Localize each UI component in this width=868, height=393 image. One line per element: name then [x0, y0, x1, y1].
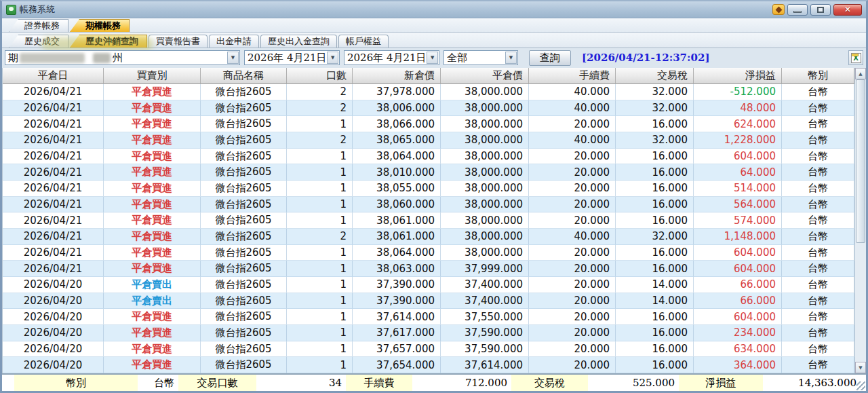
cell-lots: 2 [287, 229, 353, 245]
cell-currency: 台幣 [782, 181, 854, 197]
table-row[interactable]: 2026/04/21平倉買進微台指2605238,061.00038,000.0… [3, 229, 854, 245]
chevron-down-icon[interactable]: ▼ [327, 52, 338, 64]
cell-fee: 20.000 [529, 197, 616, 213]
cell-currency: 台幣 [782, 261, 854, 277]
chevron-down-icon[interactable]: ▼ [427, 52, 438, 64]
summary-pnl-label: 淨損益 [679, 375, 763, 391]
table-row[interactable]: 2026/04/21平倉買進微台指2605238,065.00038,000.0… [3, 132, 854, 149]
cell-currency: 台幣 [782, 149, 854, 165]
tab-0[interactable]: 證券帳務 [9, 19, 68, 32]
date-from-select[interactable]: 2026年 4月21日 ▼ [244, 50, 340, 65]
cell-tax: 16.000 [616, 261, 694, 277]
summary-bar: 幣別 台幣 交易口數 34 手續費 712.000 交易稅 525.000 淨損… [2, 373, 866, 391]
cell-open-price: 38,061.000 [353, 212, 441, 229]
chevron-down-icon[interactable]: ▼ [505, 52, 517, 64]
cell-close-date: 2026/04/21 [3, 261, 104, 277]
cell-product: 微台指2605 [201, 245, 287, 261]
resize-grip[interactable] [856, 381, 865, 390]
cell-lots: 2 [287, 132, 353, 149]
summary-tax-label: 交易稅 [511, 375, 588, 391]
cell-tax: 16.000 [616, 181, 694, 197]
column-header-1: 買賣別 [104, 68, 201, 84]
badge-icon[interactable] [772, 4, 785, 15]
cell-fee: 20.000 [529, 357, 616, 373]
scope-select[interactable]: 全部 ▼ [443, 50, 518, 65]
cell-close-price: 37,550.000 [441, 309, 529, 325]
cell-close-price: 38,000.000 [441, 100, 529, 117]
table-row[interactable]: 2026/04/20平倉買進微台指2605137,617.00037,590.0… [3, 325, 854, 341]
cell-pnl: 64.000 [694, 164, 782, 181]
table-row[interactable]: 2026/04/21平倉買進微台指2605237,978.00038,000.0… [3, 84, 854, 100]
chevron-down-icon[interactable]: ▼ [227, 52, 239, 64]
query-button[interactable]: 查詢 [529, 50, 571, 66]
cell-currency: 台幣 [782, 212, 854, 229]
account-select[interactable]: 期 州 ▼ [5, 50, 240, 65]
window-controls: ✕ [772, 4, 862, 16]
table-row[interactable]: 2026/04/21平倉買進微台指2605138,061.00038,000.0… [3, 212, 854, 229]
cell-product: 微台指2605 [201, 149, 287, 165]
cell-open-price: 37,614.000 [353, 309, 441, 325]
scrollbar-thumb[interactable] [856, 79, 865, 243]
cell-currency: 台幣 [782, 245, 854, 261]
cell-product: 微台指2605 [201, 229, 287, 245]
cell-side: 平倉賣出 [104, 293, 201, 310]
cell-close-date: 2026/04/21 [3, 229, 104, 245]
table-row[interactable]: 2026/04/20平倉買進微台指2605137,654.00037,614.0… [3, 357, 854, 373]
subtab-4[interactable]: 歷史出入金查詢 [260, 35, 337, 48]
cell-pnl: 234.000 [694, 325, 782, 341]
subtab-3[interactable]: 出金申請 [209, 35, 259, 48]
table-row[interactable]: 2026/04/21平倉買進微台指2605138,064.00038,000.0… [3, 149, 854, 165]
tab-1[interactable]: 期權帳務 [70, 19, 130, 32]
table-row[interactable]: 2026/04/21平倉買進微台指2605138,055.00038,000.0… [3, 181, 854, 197]
cell-currency: 台幣 [782, 197, 854, 213]
cell-fee: 20.000 [529, 277, 616, 293]
table-row[interactable]: 2026/04/20平倉買進微台指2605137,614.00037,550.0… [3, 309, 854, 325]
cell-side: 平倉買進 [104, 181, 201, 197]
table-row[interactable]: 2026/04/21平倉買進微台指2605138,066.00038,000.0… [3, 116, 854, 132]
cell-side: 平倉買進 [104, 149, 201, 165]
cell-close-price: 37,590.000 [441, 325, 529, 341]
vertical-scrollbar[interactable]: ▲ ▼ [854, 68, 866, 373]
cell-side: 平倉買進 [104, 212, 201, 229]
table-row[interactable]: 2026/04/20平倉賣出微台指2605137,390.00037,400.0… [3, 277, 854, 293]
subtab-0[interactable]: 歷史成交 [9, 35, 68, 48]
cell-currency: 台幣 [782, 325, 854, 341]
column-header-5: 平倉價 [441, 68, 529, 84]
table-row[interactable]: 2026/04/21平倉買進微台指2605138,060.00038,000.0… [3, 197, 854, 213]
export-excel-button[interactable]: X [848, 50, 863, 65]
table-row[interactable]: 2026/04/21平倉買進微台指2605138,063.00037,999.0… [3, 261, 854, 277]
cell-lots: 1 [287, 245, 353, 261]
excel-icon: X [851, 53, 861, 63]
summary-pnl-value: 14,363.000 [763, 375, 866, 391]
tab-label: 帳戶權益 [346, 35, 381, 48]
scroll-down-icon[interactable]: ▼ [855, 362, 866, 373]
cell-open-price: 38,064.000 [353, 245, 441, 261]
cell-close-price: 37,614.000 [441, 357, 529, 373]
summary-currency-value: 台幣 [138, 375, 178, 391]
cell-product: 微台指2605 [201, 164, 287, 181]
tab-label: 證券帳務 [24, 20, 60, 32]
table-row[interactable]: 2026/04/21平倉買進微台指2605138,064.00038,000.0… [3, 245, 854, 261]
secondary-tab-bar: 歷史成交歷史沖銷查詢買賣報告書出金申請歷史出入金查詢帳戶權益 [2, 33, 866, 48]
cell-close-date: 2026/04/21 [3, 197, 104, 213]
subtab-2[interactable]: 買賣報告書 [149, 35, 208, 48]
maximize-button[interactable] [810, 4, 831, 16]
table-row[interactable]: 2026/04/21平倉買進微台指2605138,010.00038,000.0… [3, 164, 854, 181]
scroll-up-icon[interactable]: ▲ [855, 68, 866, 79]
subtab-1[interactable]: 歷史沖銷查詢 [70, 35, 147, 48]
minimize-button[interactable] [787, 4, 808, 16]
close-button[interactable]: ✕ [833, 4, 862, 16]
cell-fee: 20.000 [529, 116, 616, 132]
app-icon [6, 5, 16, 15]
cell-fee: 40.000 [529, 84, 616, 100]
table-row[interactable]: 2026/04/21平倉買進微台指2605238,006.00038,000.0… [3, 100, 854, 117]
cell-pnl: 604.000 [694, 261, 782, 277]
cell-close-date: 2026/04/20 [3, 357, 104, 373]
subtab-5[interactable]: 帳戶權益 [338, 35, 389, 48]
cell-fee: 20.000 [529, 181, 616, 197]
table-row[interactable]: 2026/04/20平倉賣出微台指2605137,390.00037,400.0… [3, 293, 854, 310]
table-row[interactable]: 2026/04/20平倉買進微台指2605137,657.00037,590.0… [3, 341, 854, 358]
date-to-select[interactable]: 2026年 4月21日 ▼ [344, 50, 439, 65]
scrollbar-track[interactable] [855, 79, 866, 362]
cell-tax: 14.000 [616, 293, 694, 310]
